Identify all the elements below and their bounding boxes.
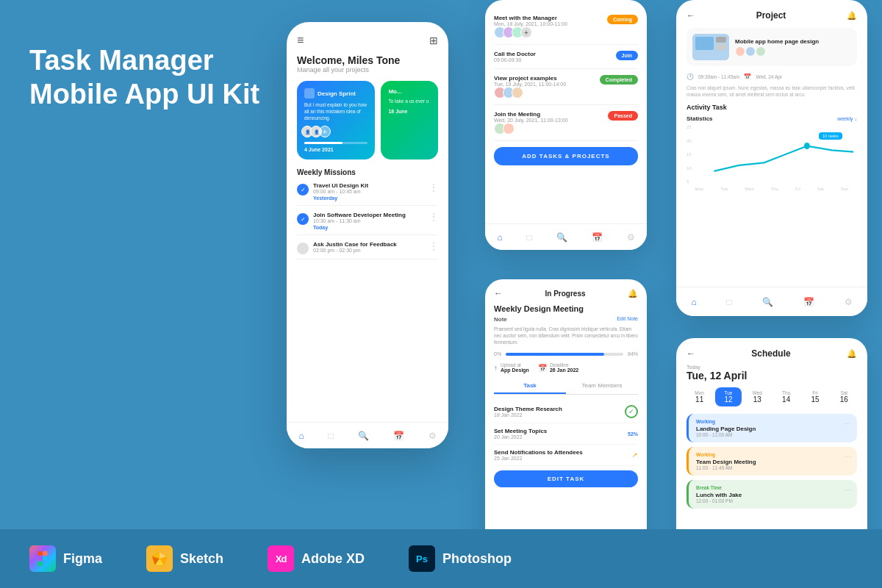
mission1-dots[interactable]: ⋮	[429, 182, 438, 193]
mission-3[interactable]: Ask Justin Case for Feedback 02:00 pm - …	[297, 241, 438, 259]
mission2-check: ✓	[297, 213, 309, 225]
task1-avatar-plus[interactable]: +	[520, 26, 532, 38]
event-1[interactable]: ··· Working Landing Page Design 10:00 - …	[686, 414, 857, 442]
photoshop-label: Photoshop	[442, 551, 512, 567]
mission-2[interactable]: ✓ Join Software Developer Meeting 10:30 …	[297, 212, 438, 235]
card-design-sprint[interactable]: Design Sprint But I must explain to you …	[297, 81, 375, 159]
task4-left: Join the Meeting Wed, 20 July, 2021, 11:…	[494, 111, 568, 135]
cal-mon-label: Mon	[688, 390, 711, 395]
task-row-4[interactable]: Join the Meeting Wed, 20 July, 2021, 11:…	[494, 105, 638, 141]
nav-tasks-icon[interactable]: □	[329, 431, 334, 441]
cal-tue-label: Tue	[717, 390, 739, 395]
schedule-bell-icon[interactable]: 🔔	[847, 349, 857, 359]
tasks-nav-cal[interactable]: 📅	[592, 232, 603, 243]
cal-fri-num: 15	[803, 395, 826, 404]
proj-nav-settings[interactable]: ⚙	[845, 297, 853, 307]
back-arrow-icon[interactable]: ←	[494, 288, 503, 298]
nav-home-icon[interactable]: ⌂	[298, 431, 304, 441]
tab-task[interactable]: Task	[494, 379, 566, 394]
ptask3-name: Send Notifications to Attendees	[494, 449, 583, 456]
proj-nav-cal[interactable]: 📅	[803, 297, 814, 307]
edit-note-link[interactable]: Edit Note	[617, 316, 638, 323]
proj-av3	[756, 46, 766, 57]
tab-row: Task Team Members	[494, 379, 638, 395]
task-row-3[interactable]: View project examples Tue, 19 July, 2021…	[494, 69, 638, 105]
mission3-check	[297, 243, 309, 254]
event2-dots[interactable]: ···	[845, 452, 851, 461]
note-text: Praesent sed ligula nulla. Cras dignissi…	[494, 326, 638, 345]
stats-period[interactable]: weekly ↓	[837, 116, 857, 121]
project-back-icon[interactable]: ←	[686, 10, 695, 21]
mission1-day: Yesterday	[313, 196, 425, 201]
event-2[interactable]: ··· Working Team Design Meeting 11:00 - …	[686, 447, 857, 476]
mission2-time: 10:30 am - 11:30 am	[313, 218, 425, 223]
project-phone-nav: ⌂ □ 🔍 📅 ⚙	[676, 287, 867, 316]
task-row-2[interactable]: Call the Doctor 09:00-09:30 Join	[494, 45, 638, 69]
tasks-nav-home[interactable]: ⌂	[497, 232, 502, 243]
schedule-back-icon[interactable]: ←	[686, 348, 695, 359]
event3-time: 12:00 - 01:00 PM	[696, 498, 850, 503]
proj-nav-home[interactable]: ⌂	[691, 297, 696, 307]
svg-rect-2	[716, 37, 726, 43]
y-label-25: 25	[686, 125, 692, 129]
y-label-15: 15	[686, 152, 692, 157]
proj-nav-search[interactable]: 🔍	[762, 297, 773, 307]
tasks-nav-settings[interactable]: ⚙	[627, 232, 635, 243]
bell-icon[interactable]: 🔔	[628, 289, 638, 298]
progress-bar-row: 0% 84%	[494, 351, 638, 356]
date-display: Tue, 12 April	[686, 370, 857, 381]
mission2-content: Join Software Developer Meeting 10:30 am…	[313, 212, 425, 230]
event1-name: Landing Page Design	[696, 426, 850, 432]
edit-task-button[interactable]: EDIT TASK	[494, 470, 638, 487]
task3-left: View project examples Tue, 19 July, 2021…	[494, 75, 566, 98]
task-row-1[interactable]: Meet with the Manager Mon, 18 July, 2021…	[494, 9, 638, 45]
cal-day-wed[interactable]: Wed 13	[745, 387, 770, 406]
tasks-nav-tasks[interactable]: □	[527, 232, 532, 243]
mission-1[interactable]: ✓ Travel UI Design Kit 09:00 am - 10:45 …	[297, 182, 438, 206]
ptask3-info: Send Notifications to Attendees 25 Jan 2…	[494, 449, 583, 461]
project-title: Project	[695, 10, 847, 21]
xd-label: Adobe XD	[301, 551, 365, 567]
add-tasks-button[interactable]: ADD TASKS & PROJECTS	[494, 147, 638, 165]
cal-day-thu[interactable]: Thu 14	[773, 387, 799, 406]
project-header: ← Project 🔔	[686, 10, 857, 21]
cal-day-tue[interactable]: Tue 12	[715, 387, 741, 406]
progress-task-2[interactable]: Set Meeting Topics 20 Jan 2022 52%	[494, 423, 638, 445]
tasks-nav-search[interactable]: 🔍	[556, 232, 567, 243]
progress-task-3[interactable]: Send Notifications to Attendees 25 Jan 2…	[494, 445, 638, 466]
hamburger-icon[interactable]: ≡	[297, 34, 304, 47]
project-bell-icon[interactable]: 🔔	[847, 11, 857, 21]
event1-dots[interactable]: ···	[845, 419, 851, 428]
project-name: Mobile app home page design	[735, 38, 819, 45]
event-3[interactable]: ··· Break Time Lunch with Jake 12:00 - 0…	[686, 480, 857, 509]
progress-bar	[506, 353, 623, 356]
schedule-title: Schedule	[695, 348, 847, 359]
avatar-plus[interactable]: +	[319, 126, 331, 137]
project-card[interactable]: Mobile app home page design	[686, 28, 857, 66]
cal-day-mon[interactable]: Mon 11	[686, 387, 712, 406]
tab-members[interactable]: Team Members	[566, 379, 638, 394]
cal-day-fri[interactable]: Fri 15	[802, 387, 828, 406]
mission2-dots[interactable]: ⋮	[429, 212, 438, 222]
nav-calendar-icon[interactable]: 📅	[393, 431, 404, 441]
tasks-phone-nav: ⌂ □ 🔍 📅 ⚙	[485, 223, 647, 250]
card-secondary[interactable]: Mo... To take a us ever u 18 June	[381, 81, 438, 159]
cal-tue-num: 12	[717, 395, 739, 404]
deadline-info: 📅 Deadline 26 Jan 2022	[538, 362, 578, 373]
activity-title: Activity Task	[686, 104, 857, 111]
progress-task-1[interactable]: Design Theme Research 18 Jan 2022 ✓	[494, 401, 638, 423]
filter-icon[interactable]: ⊞	[429, 35, 438, 46]
nav-settings-icon[interactable]: ⚙	[429, 431, 437, 441]
status-join: Join	[616, 51, 638, 60]
mission3-dots[interactable]: ⋮	[429, 241, 438, 251]
card1-avatars: 👤 👤 +	[304, 126, 368, 137]
nav-search-icon[interactable]: 🔍	[358, 431, 369, 441]
mission1-content: Travel UI Design Kit 09:00 am - 10:45 am…	[313, 182, 425, 201]
event3-dots[interactable]: ···	[845, 485, 851, 494]
svg-rect-8	[37, 561, 43, 566]
proj-nav-tasks[interactable]: □	[727, 297, 732, 307]
mission1-title: Travel UI Design Kit	[313, 182, 425, 189]
ptask1-date: 18 Jan 2022	[494, 412, 562, 417]
cal-day-sat[interactable]: Sat 16	[831, 387, 857, 406]
svg-rect-3	[716, 44, 726, 50]
